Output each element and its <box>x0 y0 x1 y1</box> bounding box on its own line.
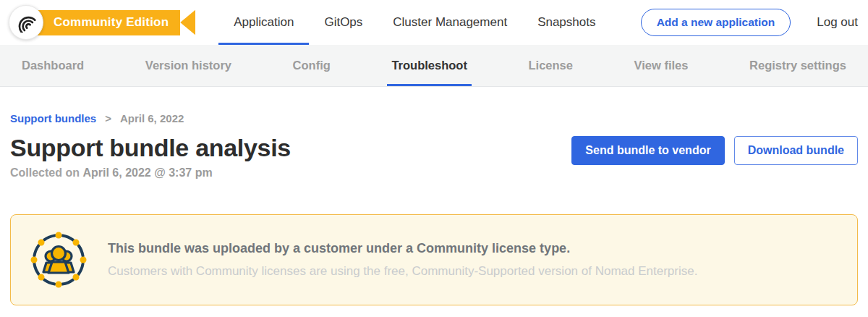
subnav-config[interactable]: Config <box>293 45 331 86</box>
download-bundle-button[interactable]: Download bundle <box>734 136 858 165</box>
main-content: Support bundles > April 6, 2022 Support … <box>0 112 868 305</box>
logout-link[interactable]: Log out <box>817 15 858 30</box>
breadcrumb: Support bundles > April 6, 2022 <box>10 112 858 124</box>
collected-prefix: Collected on <box>10 166 82 179</box>
tab-cluster-management[interactable]: Cluster Management <box>378 0 522 45</box>
collected-date: April 6, 2022 @ 3:37 pm <box>82 166 212 179</box>
title-row: Support bundle analysis Collected on Apr… <box>10 134 858 179</box>
breadcrumb-current: April 6, 2022 <box>120 112 184 124</box>
subnav-troubleshoot[interactable]: Troubleshoot <box>391 45 467 86</box>
brand: Community Edition <box>9 0 195 45</box>
wave-mark-icon <box>17 13 36 33</box>
collected-timestamp: Collected on April 6, 2022 @ 3:37 pm <box>10 166 291 179</box>
topnav-right: Add a new application Log out <box>641 0 868 45</box>
banner-text: This bundle was uploaded by a customer u… <box>108 241 697 279</box>
topnav-items: Application GitOps Cluster Management Sn… <box>218 0 610 45</box>
subnav-version-history[interactable]: Version history <box>145 45 231 86</box>
community-license-banner: This bundle was uploaded by a customer u… <box>10 214 858 305</box>
replicated-logo-icon[interactable] <box>9 5 43 40</box>
subnav-dashboard[interactable]: Dashboard <box>22 45 84 86</box>
tab-application[interactable]: Application <box>218 0 309 45</box>
app-subnav: Dashboard Version history Config Trouble… <box>0 45 868 87</box>
page-title: Support bundle analysis <box>10 134 291 162</box>
banner-subtext: Customers with Community licenses are us… <box>108 264 697 279</box>
badge-ribbon-tail <box>180 10 195 35</box>
top-navbar: Community Edition Application GitOps Clu… <box>0 0 868 45</box>
community-people-icon <box>30 231 88 289</box>
subnav-license[interactable]: License <box>529 45 573 86</box>
badge-label: Community Edition <box>38 10 180 35</box>
bundle-actions: Send bundle to vendor Download bundle <box>571 134 858 165</box>
add-new-application-button[interactable]: Add a new application <box>641 9 791 36</box>
send-bundle-to-vendor-button[interactable]: Send bundle to vendor <box>571 136 724 165</box>
subnav-view-files[interactable]: View files <box>634 45 689 86</box>
title-block: Support bundle analysis Collected on Apr… <box>10 134 291 179</box>
community-edition-badge: Community Edition <box>38 10 195 35</box>
breadcrumb-support-bundles-link[interactable]: Support bundles <box>10 112 96 124</box>
tab-snapshots[interactable]: Snapshots <box>522 0 610 45</box>
banner-heading: This bundle was uploaded by a customer u… <box>108 241 697 256</box>
breadcrumb-separator: > <box>105 112 111 124</box>
tab-gitops[interactable]: GitOps <box>309 0 378 45</box>
subnav-registry-settings[interactable]: Registry settings <box>749 45 846 86</box>
